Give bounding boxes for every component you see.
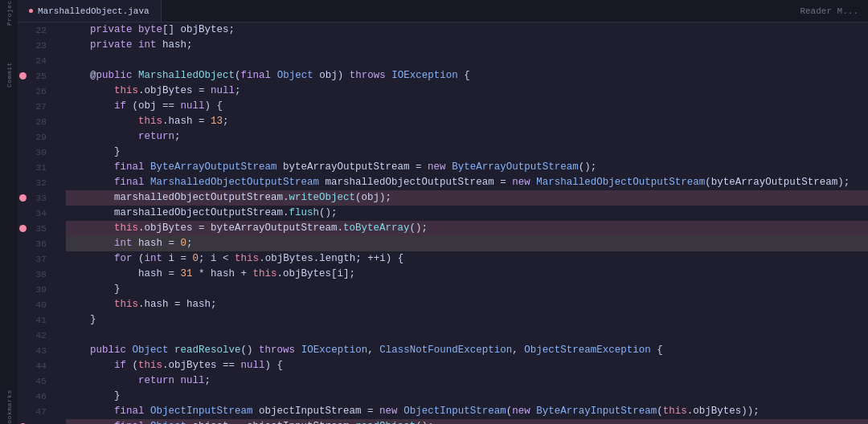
- token: {: [458, 70, 470, 81]
- editor: MarshalledObject.java Reader M... 222324…: [18, 0, 868, 424]
- tab-filename: MarshalledObject.java: [38, 6, 149, 16]
- breakpoint-area[interactable]: [18, 72, 27, 80]
- commit-icon[interactable]: Commit: [2, 67, 16, 82]
- token: ) {: [205, 100, 223, 112]
- breakpoint-marker: [19, 194, 27, 202]
- token: i =: [162, 253, 193, 264]
- bookmarks-icon[interactable]: Bookmarks: [2, 402, 16, 416]
- token: if: [114, 100, 126, 112]
- token: readResolve: [174, 344, 241, 356]
- token: hash =: [66, 268, 181, 279]
- token: [145, 421, 151, 424]
- token: (: [657, 406, 663, 417]
- line-number: 42: [27, 328, 51, 343]
- line-number: 25: [27, 68, 51, 84]
- token: [174, 375, 181, 386]
- token: [66, 39, 90, 51]
- line-number: 26: [27, 84, 51, 99]
- token: ObjectStreamException: [524, 344, 651, 356]
- breakpoint-marker: [19, 72, 27, 80]
- code-line: this.hash = 13;: [66, 114, 868, 129]
- token: [169, 344, 175, 356]
- token: ByteArrayOutputStream: [150, 161, 277, 173]
- code-line: }: [66, 389, 868, 404]
- tab-bar: MarshalledObject.java Reader M...: [18, 0, 868, 22]
- token: marshalledObjectOutputStream.: [66, 207, 289, 218]
- code-line: }: [66, 312, 868, 328]
- token: }: [66, 283, 121, 295]
- code-line: }: [66, 282, 868, 297]
- code-line: final ByteArrayOutputStream byteArrayOut…: [66, 160, 868, 175]
- gutter-row: 23: [18, 38, 63, 53]
- gutter-row: 40: [18, 297, 63, 312]
- token: [66, 344, 90, 356]
- token: MarshalledObject: [138, 70, 235, 81]
- token: new: [512, 406, 530, 417]
- line-number: 43: [27, 343, 51, 358]
- token: [66, 360, 114, 371]
- line-number: 22: [27, 22, 51, 38]
- code-editor[interactable]: 2223242526272829303132333435363738394041…: [18, 22, 868, 424]
- code-line: if (this.objBytes == null) {: [66, 358, 868, 373]
- token: ) {: [265, 360, 284, 371]
- token: ; i <: [199, 253, 235, 264]
- token: this: [138, 116, 162, 127]
- token: 13: [211, 116, 223, 127]
- token: ();: [416, 421, 434, 424]
- token: public: [90, 344, 126, 356]
- token: ;: [235, 85, 241, 96]
- code-line: hash = 31 * hash + this.objBytes[i];: [66, 267, 868, 282]
- breakpoint-area[interactable]: [18, 194, 27, 202]
- code-line: marshalledObjectOutputStream.writeObject…: [66, 190, 868, 206]
- token: this: [235, 253, 259, 264]
- file-tab[interactable]: MarshalledObject.java: [18, 0, 162, 22]
- token: byteArrayOutputStream =: [277, 161, 428, 173]
- token: if: [114, 360, 126, 371]
- line-number: 24: [27, 53, 51, 68]
- token: [145, 177, 151, 188]
- token: final: [114, 161, 145, 173]
- token: .hash = hash;: [138, 299, 217, 310]
- token: writeObject: [289, 192, 356, 203]
- line-number: 46: [27, 389, 51, 404]
- token: ();: [410, 222, 428, 234]
- token: [295, 344, 301, 356]
- token: [66, 177, 114, 188]
- gutter-row: 39: [18, 282, 63, 297]
- token: ;: [186, 238, 193, 249]
- line-number: 47: [27, 404, 51, 419]
- gutter-row: 27: [18, 99, 63, 114]
- project-icon[interactable]: Project: [2, 3, 16, 18]
- token: private: [90, 24, 133, 35]
- code-line: [66, 328, 868, 343]
- code-line: @public MarshalledObject(final Object ob…: [66, 68, 868, 84]
- token: ClassNotFoundException: [379, 344, 512, 356]
- token: (: [133, 253, 145, 264]
- gutter-row: 48: [18, 419, 63, 424]
- token: IOException: [391, 70, 458, 81]
- token: final: [241, 70, 272, 81]
- gutter-row: 34: [18, 206, 63, 221]
- token: }: [66, 146, 121, 157]
- line-number: 33: [27, 190, 51, 206]
- token: .objBytes.length; ++i) {: [259, 253, 403, 264]
- token: .objBytes));: [687, 406, 760, 417]
- gutter-row: 45: [18, 373, 63, 389]
- token: this: [114, 85, 138, 96]
- activity-bar: Project Commit Bookmarks: [0, 0, 18, 424]
- tab-modified-dot: [29, 9, 33, 13]
- line-number: 44: [27, 358, 51, 373]
- token: flush: [289, 207, 320, 218]
- token: MarshalledObjectOutputStream: [536, 177, 705, 188]
- breakpoint-area[interactable]: [18, 225, 27, 232]
- code-line: this.hash = hash;: [66, 297, 868, 312]
- token: [145, 161, 151, 173]
- token: .objBytes ==: [162, 360, 241, 371]
- line-number: 32: [27, 175, 51, 190]
- token: Object: [150, 421, 186, 424]
- token: [66, 238, 114, 249]
- line-number: 40: [27, 297, 51, 312]
- token: final: [114, 406, 145, 417]
- token: private: [90, 39, 133, 51]
- line-number: 35: [27, 221, 51, 236]
